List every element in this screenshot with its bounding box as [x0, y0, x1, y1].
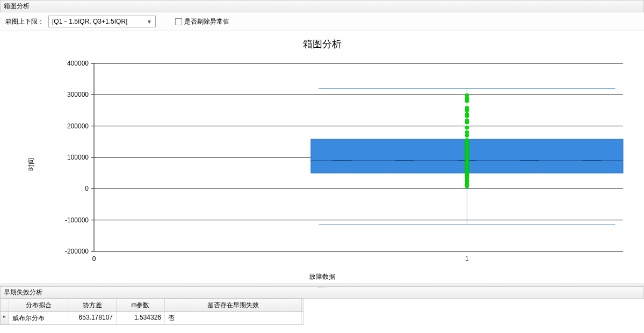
grid-row-selector-header [1, 299, 9, 312]
x-axis-label: 故障数据 [0, 272, 644, 281]
svg-text:-200000: -200000 [65, 248, 89, 255]
outlier-checkbox[interactable]: 是否剔除异常值 [175, 17, 229, 26]
limits-label: 箱图上下限： [5, 17, 44, 26]
cell-cov: 653.178107 [68, 312, 117, 324]
outlier-checkbox-label: 是否剔除异常值 [184, 17, 229, 26]
col-m[interactable]: m参数 [117, 299, 165, 312]
svg-text:100000: 100000 [67, 154, 89, 161]
limits-select[interactable]: [Q1－1.5IQR, Q3+1.5IQR] ▼ [48, 16, 156, 27]
row-indicator-icon: ▸ [1, 312, 9, 324]
col-dist[interactable]: 分布拟合 [9, 299, 68, 312]
svg-point-65 [465, 112, 469, 116]
svg-point-63 [465, 119, 469, 122]
svg-text:0: 0 [85, 185, 89, 192]
limits-select-value: [Q1－1.5IQR, Q3+1.5IQR] [52, 17, 127, 26]
panel1-title: 箱图分析 [0, 0, 644, 12]
svg-text:400000: 400000 [67, 60, 89, 67]
svg-text:1: 1 [465, 255, 469, 263]
toolbar: 箱图上下限： [Q1－1.5IQR, Q3+1.5IQR] ▼ 是否剔除异常值 [0, 12, 644, 31]
results-grid: 分布拟合 协方差 m参数 是否存在早期失效 ▸ 威布尔分布 653.178107… [0, 299, 303, 325]
col-cov[interactable]: 协方差 [68, 299, 117, 312]
col-early[interactable]: 是否存在早期失效 [165, 299, 302, 312]
cell-m: 1.534326 [117, 312, 165, 324]
svg-point-70 [465, 93, 469, 97]
table-row[interactable]: ▸ 威布尔分布 653.178107 1.534326 否 [0, 312, 303, 325]
svg-text:200000: 200000 [67, 122, 89, 130]
svg-point-67 [465, 106, 469, 110]
chart-area: 箱图分析 时间 -200000-100000010000020000030000… [0, 31, 644, 284]
chevron-down-icon: ▼ [147, 19, 152, 25]
checkbox-icon [175, 18, 182, 25]
svg-point-61 [465, 126, 469, 129]
cell-dist: 威布尔分布 [9, 312, 68, 324]
svg-point-58 [465, 138, 469, 142]
cell-early: 否 [165, 312, 302, 324]
grid-header: 分布拟合 协方差 m参数 是否存在早期失效 [0, 299, 303, 312]
svg-text:-100000: -100000 [65, 216, 89, 224]
svg-point-60 [465, 131, 469, 134]
chart-title: 箱图分析 [0, 38, 644, 50]
chart-svg: -200000-10000001000002000003000004000000… [0, 53, 644, 278]
svg-text:300000: 300000 [67, 91, 89, 98]
svg-text:0: 0 [92, 255, 96, 263]
